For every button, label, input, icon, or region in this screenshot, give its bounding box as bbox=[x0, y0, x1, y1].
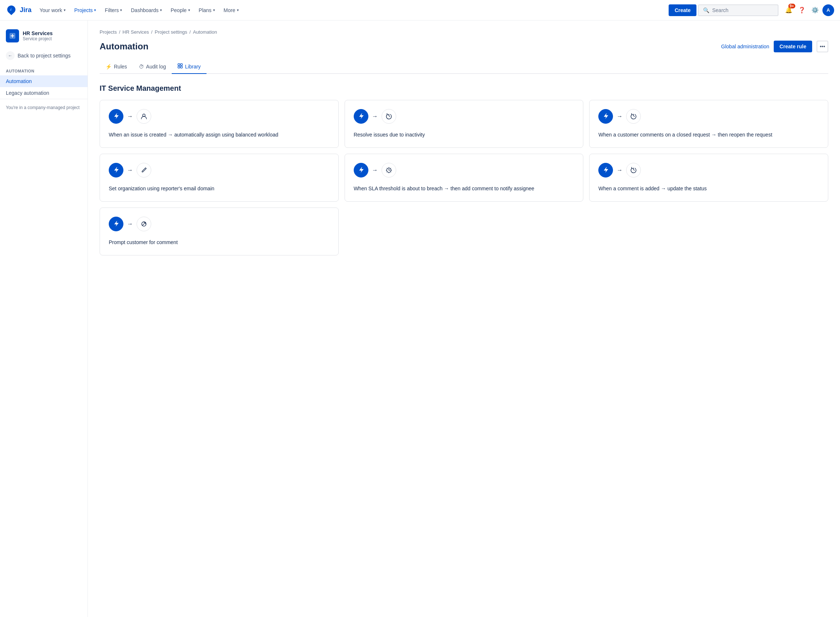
trigger-icon bbox=[598, 163, 613, 177]
page-title: Automation bbox=[100, 41, 148, 52]
section-title: IT Service Management bbox=[100, 84, 828, 93]
card-icons: → bbox=[109, 109, 330, 124]
card-title: When a customer comments on a closed req… bbox=[598, 131, 819, 139]
sidebar-item-legacy-automation[interactable]: Legacy automation bbox=[0, 87, 87, 99]
breadcrumb-projects[interactable]: Projects bbox=[100, 29, 117, 35]
breadcrumb-hr-services[interactable]: HR Services bbox=[123, 29, 149, 35]
chevron-down-icon: ▾ bbox=[188, 8, 190, 12]
chevron-down-icon: ▾ bbox=[94, 8, 96, 12]
page-layout: HR Services Service project ← Back to pr… bbox=[0, 21, 840, 617]
card-prompt-customer[interactable]: → Prompt customer for comment bbox=[100, 208, 339, 255]
header-actions: Global administration Create rule ••• bbox=[721, 41, 828, 52]
nav-people[interactable]: People ▾ bbox=[167, 5, 194, 15]
project-info: HR Services Service project bbox=[23, 30, 53, 41]
action-icon bbox=[626, 109, 641, 124]
card-icons: → bbox=[109, 163, 330, 177]
create-button[interactable]: Create bbox=[668, 4, 697, 16]
card-set-organization[interactable]: → Set organization using reporter's emai… bbox=[100, 154, 339, 202]
card-sla-notify[interactable]: → When SLA threshold is about to breach … bbox=[345, 154, 584, 202]
trigger-icon bbox=[109, 163, 123, 177]
avatar-icon: A bbox=[827, 7, 830, 13]
card-icons: → bbox=[354, 163, 575, 177]
card-comment-update-status[interactable]: → When a comment is added → update the s… bbox=[589, 154, 828, 202]
bolt-icon: ⚡ bbox=[105, 63, 112, 69]
sidebar-item-automation[interactable]: Automation bbox=[0, 75, 87, 87]
gear-icon: ⚙️ bbox=[812, 7, 819, 13]
nav-more[interactable]: More ▾ bbox=[220, 5, 243, 15]
notifications-button[interactable]: 🔔 9+ bbox=[783, 4, 794, 16]
action-icon bbox=[137, 163, 151, 177]
sidebar-project: HR Services Service project bbox=[0, 27, 87, 48]
page-header: Automation Global administration Create … bbox=[100, 41, 828, 52]
sidebar: HR Services Service project ← Back to pr… bbox=[0, 21, 88, 617]
tabs: ⚡ Rules ⏱ Audit log Library bbox=[100, 60, 828, 74]
chevron-down-icon: ▾ bbox=[237, 8, 239, 12]
nav-filters[interactable]: Filters ▾ bbox=[101, 5, 126, 15]
trigger-icon bbox=[109, 109, 123, 124]
sidebar-section-label: AUTOMATION bbox=[0, 63, 87, 75]
card-title: When SLA threshold is about to breach → … bbox=[354, 185, 575, 192]
notification-badge: 9+ bbox=[788, 4, 795, 9]
clock-icon: ⏱ bbox=[139, 63, 144, 69]
user-avatar[interactable]: A bbox=[822, 4, 834, 16]
arrow-icon: → bbox=[127, 221, 133, 227]
card-title: When a comment is added → update the sta… bbox=[598, 185, 819, 192]
top-navigation: Jira Your work ▾ Projects ▾ Filters ▾ Da… bbox=[0, 0, 840, 21]
search-icon: 🔍 bbox=[703, 7, 709, 13]
question-icon: ❓ bbox=[798, 7, 806, 13]
topnav-icons: 🔔 9+ ❓ ⚙️ A bbox=[783, 4, 834, 16]
card-icons: → bbox=[109, 217, 330, 231]
logo-text: Jira bbox=[20, 6, 31, 14]
main-content: Projects / HR Services / Project setting… bbox=[88, 21, 840, 617]
cards-grid: → When an issue is created → automatical… bbox=[100, 100, 828, 255]
trigger-icon bbox=[109, 217, 123, 231]
svg-rect-1 bbox=[178, 63, 180, 65]
search-box[interactable]: 🔍 Search bbox=[698, 4, 778, 16]
project-type: Service project bbox=[23, 36, 53, 41]
svg-rect-2 bbox=[180, 63, 182, 65]
action-icon bbox=[626, 163, 641, 177]
sidebar-footer: You're in a company-managed project bbox=[0, 99, 87, 116]
chevron-down-icon: ▾ bbox=[120, 8, 122, 12]
svg-rect-4 bbox=[180, 66, 182, 68]
card-icons: → bbox=[598, 109, 819, 124]
arrow-icon: → bbox=[372, 113, 378, 120]
logo[interactable]: Jira bbox=[6, 5, 31, 16]
create-rule-button[interactable]: Create rule bbox=[774, 41, 812, 52]
nav-dashboards[interactable]: Dashboards ▾ bbox=[127, 5, 166, 15]
nav-plans[interactable]: Plans ▾ bbox=[195, 5, 219, 15]
breadcrumb-automation[interactable]: Automation bbox=[193, 29, 217, 35]
arrow-icon: → bbox=[127, 113, 133, 120]
arrow-icon: → bbox=[127, 167, 133, 173]
ellipsis-icon: ••• bbox=[820, 44, 825, 49]
project-icon bbox=[6, 29, 19, 43]
nav-your-work[interactable]: Your work ▾ bbox=[36, 5, 69, 15]
back-to-project-settings[interactable]: ← Back to project settings bbox=[0, 48, 87, 63]
tab-library[interactable]: Library bbox=[172, 60, 207, 74]
arrow-icon: → bbox=[617, 113, 623, 120]
action-icon bbox=[382, 163, 396, 177]
back-arrow-icon: ← bbox=[6, 51, 15, 60]
nav-projects[interactable]: Projects ▾ bbox=[71, 5, 100, 15]
svg-rect-3 bbox=[178, 66, 180, 68]
breadcrumb-sep-1: / bbox=[119, 29, 120, 35]
card-title: When an issue is created → automatically… bbox=[109, 131, 330, 139]
action-icon bbox=[382, 109, 396, 124]
breadcrumb-sep-3: / bbox=[189, 29, 191, 35]
more-options-button[interactable]: ••• bbox=[816, 41, 828, 52]
chevron-down-icon: ▾ bbox=[160, 8, 162, 12]
tab-audit-log[interactable]: ⏱ Audit log bbox=[133, 60, 172, 74]
card-title: Resolve issues due to inactivity bbox=[354, 131, 575, 139]
breadcrumb-project-settings[interactable]: Project settings bbox=[155, 29, 187, 35]
search-placeholder: Search bbox=[712, 7, 728, 13]
settings-button[interactable]: ⚙️ bbox=[809, 4, 821, 16]
action-icon bbox=[137, 217, 151, 231]
tab-rules[interactable]: ⚡ Rules bbox=[100, 60, 133, 74]
card-resolve-inactivity[interactable]: → Resolve issues due to inactivity bbox=[345, 100, 584, 148]
global-administration-link[interactable]: Global administration bbox=[721, 44, 769, 49]
card-reopen-request[interactable]: → When a customer comments on a closed r… bbox=[589, 100, 828, 148]
chevron-down-icon: ▾ bbox=[64, 8, 65, 12]
help-button[interactable]: ❓ bbox=[796, 4, 808, 16]
card-auto-assign[interactable]: → When an issue is created → automatical… bbox=[100, 100, 339, 148]
card-title: Set organization using reporter's email … bbox=[109, 185, 330, 192]
